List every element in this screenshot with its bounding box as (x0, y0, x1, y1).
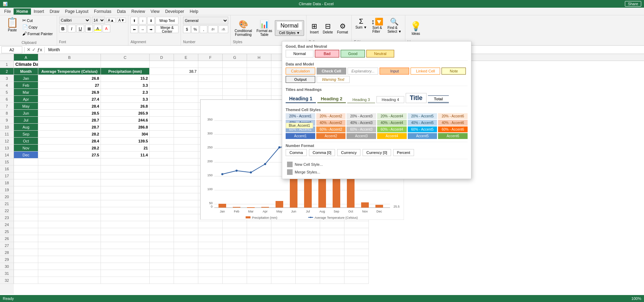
cell-4[interactable] (174, 221, 198, 228)
style-heading3[interactable]: Heading 3 (347, 96, 375, 103)
italic-button[interactable]: I (68, 25, 75, 32)
cell-10[interactable] (320, 242, 344, 249)
cell-10[interactable] (320, 270, 344, 277)
accent-20-4[interactable]: 20% - Accent4 (377, 113, 407, 119)
cell-3[interactable] (150, 235, 174, 242)
row-number[interactable]: 2 (0, 68, 14, 75)
cell-6[interactable] (223, 61, 247, 68)
format-cells-button[interactable]: ⚙Format (336, 21, 350, 35)
style-check-cell[interactable]: Check Cell (317, 68, 346, 75)
cell-a[interactable] (14, 200, 38, 207)
cell-b[interactable]: 28.2 (38, 145, 101, 152)
cell-5[interactable] (198, 68, 223, 75)
cell-6[interactable] (223, 89, 247, 96)
cell-b[interactable] (38, 179, 101, 186)
row-number[interactable]: 6 (0, 96, 14, 103)
find-select-button[interactable]: 🔍Find &Select ▼ (386, 17, 403, 34)
cell-b[interactable] (38, 172, 101, 179)
style-note[interactable]: Note (442, 68, 466, 75)
row-number[interactable]: 19 (0, 186, 14, 193)
cell-9[interactable] (296, 235, 320, 242)
cell-5[interactable] (198, 249, 223, 256)
cell-4[interactable]: 38.7 (174, 68, 198, 75)
insert-cells-button[interactable]: ⊞Insert (309, 21, 320, 35)
cell-c[interactable] (101, 186, 150, 193)
cell-b[interactable] (38, 221, 101, 228)
cell-b[interactable] (38, 263, 101, 270)
accent-20-3[interactable]: 20% - Accent3 (347, 113, 376, 119)
cell-9[interactable] (296, 270, 320, 277)
cell-7[interactable] (247, 277, 271, 284)
cell-4[interactable] (174, 200, 198, 207)
style-explanatory[interactable]: Explanatory... (348, 68, 378, 75)
sort-filter-button[interactable]: ↕🔽Sort &Filter (370, 17, 385, 34)
paste-button[interactable]: 📋 Paste (4, 16, 21, 33)
cell-b[interactable] (38, 207, 101, 214)
accent-20-1[interactable]: 20% - Accent1 (286, 113, 315, 119)
cell-6[interactable] (223, 249, 247, 256)
cell-4[interactable] (174, 110, 198, 117)
cell-6[interactable] (223, 277, 247, 284)
cell-4[interactable] (174, 117, 198, 124)
cell-7[interactable] (247, 68, 271, 75)
cell-b[interactable] (38, 270, 101, 277)
cell-c[interactable] (101, 200, 150, 207)
cell-5[interactable] (198, 277, 223, 284)
cell-9[interactable] (296, 256, 320, 263)
cell-3[interactable] (150, 68, 174, 75)
cell-3[interactable] (150, 110, 174, 117)
cell-7[interactable] (247, 263, 271, 270)
menu-review[interactable]: Review (128, 8, 148, 15)
cell-a[interactable] (14, 172, 38, 179)
confirm-icon[interactable]: ✓ (32, 47, 36, 52)
accent-3[interactable]: Accent3 (347, 133, 376, 139)
cell-4[interactable] (174, 263, 198, 270)
delete-cells-button[interactable]: ⊟Delete (321, 21, 334, 35)
comma-button[interactable]: , (200, 25, 207, 33)
cell-3[interactable] (150, 61, 174, 68)
cell-c[interactable]: 3.3 (101, 82, 150, 89)
cell-11[interactable] (344, 235, 369, 242)
cell-c[interactable]: 286.8 (101, 124, 150, 131)
cell-c[interactable] (101, 214, 150, 221)
row-number[interactable]: 3 (0, 75, 14, 82)
style-heading1[interactable]: Heading 1 (286, 95, 316, 103)
cell-a[interactable] (14, 165, 38, 172)
style-total[interactable]: Total (428, 95, 449, 103)
cell-3[interactable] (150, 75, 174, 82)
row-number[interactable]: 5 (0, 89, 14, 96)
cell-7[interactable] (247, 75, 271, 82)
style-neutral[interactable]: Neutral (366, 50, 394, 57)
style-linked-cell[interactable]: Linked Cell (411, 68, 440, 75)
row-number[interactable]: 18 (0, 179, 14, 186)
cell-b[interactable]: 28.4 (38, 138, 101, 145)
border-button[interactable]: ▦ (85, 25, 93, 32)
cell-4[interactable] (174, 82, 198, 89)
cell-4[interactable] (174, 96, 198, 103)
cell-4[interactable] (174, 145, 198, 152)
cell-c[interactable]: 244.6 (101, 117, 150, 124)
cell-a[interactable] (14, 179, 38, 186)
cell-b[interactable]: 28.7 (38, 117, 101, 124)
cell-9[interactable] (296, 249, 320, 256)
decrease-decimal-button[interactable]: ↓0. (218, 25, 228, 33)
cell-6[interactable] (223, 270, 247, 277)
cell-c[interactable] (101, 270, 150, 277)
cell-a[interactable]: Aug (14, 124, 38, 131)
format-as-table-button[interactable]: 📊 Format asTable (255, 19, 273, 37)
row-number[interactable]: 17 (0, 172, 14, 179)
cell-7[interactable] (247, 249, 271, 256)
accent-2[interactable]: Accent2 (316, 133, 346, 139)
cell-3[interactable] (150, 145, 174, 152)
cell-c[interactable] (101, 158, 150, 165)
cell-a[interactable] (14, 242, 38, 249)
row-number[interactable]: 4 (0, 82, 14, 89)
cell-4[interactable] (174, 103, 198, 110)
cell-c[interactable] (101, 235, 150, 242)
cell-b[interactable] (38, 214, 101, 221)
cell-4[interactable] (174, 214, 198, 221)
menu-file[interactable]: File (1, 8, 14, 15)
cell-4[interactable] (174, 75, 198, 82)
cell-6[interactable] (223, 75, 247, 82)
cell-8[interactable] (271, 235, 296, 242)
